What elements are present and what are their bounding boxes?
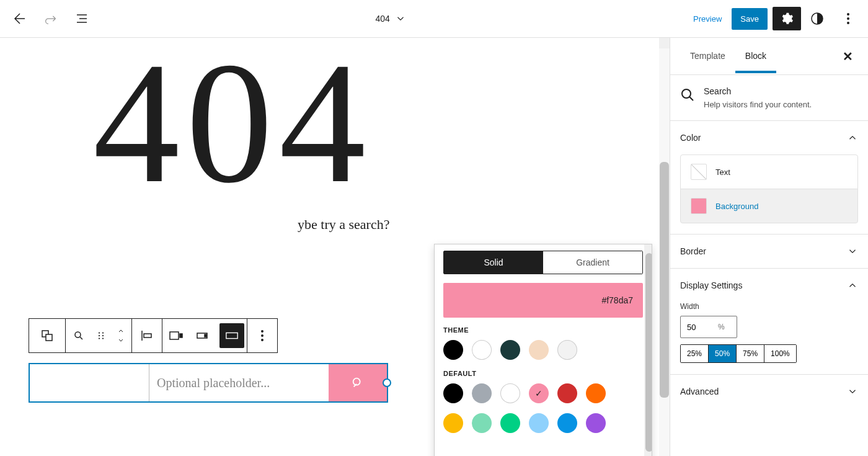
tab-template[interactable]: Template [680,40,735,73]
theme-swatches [443,340,643,360]
color-swatch[interactable] [586,383,606,403]
search-block-icon [680,87,695,102]
text-color-swatch [691,164,707,180]
width-unit[interactable]: % [718,323,730,331]
width-input[interactable] [681,323,718,332]
drag-handle[interactable] [92,321,110,351]
svg-point-3 [75,332,81,338]
svg-rect-15 [226,333,237,338]
save-button[interactable]: Save [732,8,768,30]
color-text-item[interactable]: Text [680,154,858,189]
color-swatch[interactable] [443,383,463,403]
preview-button[interactable]: Preview [684,8,730,30]
styles-button[interactable] [802,4,832,34]
gradient-tab[interactable]: Gradient [543,251,642,274]
display-panel-header[interactable]: Display Settings [670,269,868,302]
svg-rect-2 [46,334,52,341]
advanced-heading: Advanced [680,387,719,396]
text-color-label: Text [715,168,730,177]
block-toolbar [29,318,278,353]
move-down-button[interactable] [116,336,126,344]
hex-value: #f78da7 [601,295,633,305]
color-swatch[interactable] [472,413,492,433]
chevron-up-icon [847,280,858,291]
editor-canvas[interactable]: 404 ybe try a search? [0,38,670,456]
prompt-text[interactable]: ybe try a search? [298,217,670,233]
color-background-item[interactable]: Background [680,189,858,223]
width-button-group: 25%50%75%100% [680,344,797,363]
list-view-button[interactable] [67,4,97,34]
chevron-down-icon[interactable] [395,13,406,24]
background-color-label: Background [715,202,758,211]
svg-rect-14 [205,334,206,337]
solid-tab[interactable]: Solid [444,251,543,274]
chevron-down-icon [847,386,858,397]
layout-option-2[interactable] [190,321,217,351]
color-swatch[interactable] [500,413,520,433]
color-swatch[interactable] [472,340,492,360]
svg-point-5 [102,332,104,333]
svg-rect-10 [144,334,151,338]
chevron-down-icon [847,246,858,257]
color-heading: Color [680,133,701,143]
tab-block[interactable]: Block [735,40,776,73]
width-option-button[interactable]: 100% [764,345,796,362]
color-swatch[interactable] [529,383,549,403]
svg-point-9 [102,338,104,339]
close-sidebar-button[interactable]: ✕ [838,47,858,66]
options-button[interactable] [833,4,863,34]
color-swatch[interactable] [472,383,492,403]
redo-button[interactable] [36,4,66,34]
default-swatches-row1 [443,383,643,403]
color-swatch[interactable] [443,413,463,433]
canvas-scrollbar[interactable] [659,38,670,456]
hex-input[interactable]: #f78da7 [443,283,643,318]
popover-scrollbar[interactable] [644,244,652,456]
color-swatch[interactable] [500,383,520,403]
404-heading[interactable]: 404 [93,38,651,223]
width-option-button[interactable]: 25% [681,345,708,362]
align-button[interactable] [132,321,162,351]
svg-point-17 [682,89,691,98]
color-swatch[interactable] [586,413,606,433]
block-type-button[interactable] [32,321,62,351]
theme-label: THEME [443,326,643,334]
default-swatches-row2 [443,413,643,433]
search-icon-btn[interactable] [66,321,92,351]
layout-option-3-active[interactable] [219,323,244,348]
back-button[interactable] [5,4,35,34]
search-label-area[interactable] [30,364,149,401]
resize-handle[interactable] [383,378,391,387]
color-swatch[interactable] [529,340,549,360]
color-swatch[interactable] [443,340,463,360]
color-swatch[interactable] [557,413,577,433]
svg-point-4 [99,332,100,333]
color-swatch[interactable] [500,340,520,360]
block-description: Help visitors find your content. [704,100,812,109]
block-options-button[interactable] [247,321,277,351]
background-color-swatch [691,198,707,214]
color-panel-header[interactable]: Color [670,121,868,154]
color-popover: Solid Gradient #f78da7 THEME DEFAULT [434,244,652,456]
advanced-panel-header[interactable]: Advanced [670,375,868,408]
settings-sidebar: Template Block ✕ Search Help visitors fi… [670,38,868,456]
settings-button[interactable] [773,7,801,30]
svg-point-8 [99,338,100,339]
chevron-up-icon [847,132,858,143]
search-placeholder-input[interactable] [157,376,321,390]
color-swatch[interactable] [557,340,577,360]
layout-option-1[interactable] [162,321,190,351]
block-title: Search [704,86,812,96]
search-submit-button[interactable] [329,364,387,401]
width-option-button[interactable]: 75% [736,345,764,362]
border-panel-header[interactable]: Border [670,235,868,268]
width-option-button[interactable]: 50% [708,345,736,362]
display-heading: Display Settings [680,280,742,290]
color-swatch[interactable] [557,383,577,403]
svg-point-7 [102,335,104,336]
search-block[interactable] [29,363,388,403]
document-title[interactable]: 404 [375,14,389,24]
svg-rect-11 [170,332,179,339]
color-swatch[interactable] [529,413,549,433]
move-up-button[interactable] [116,328,126,335]
